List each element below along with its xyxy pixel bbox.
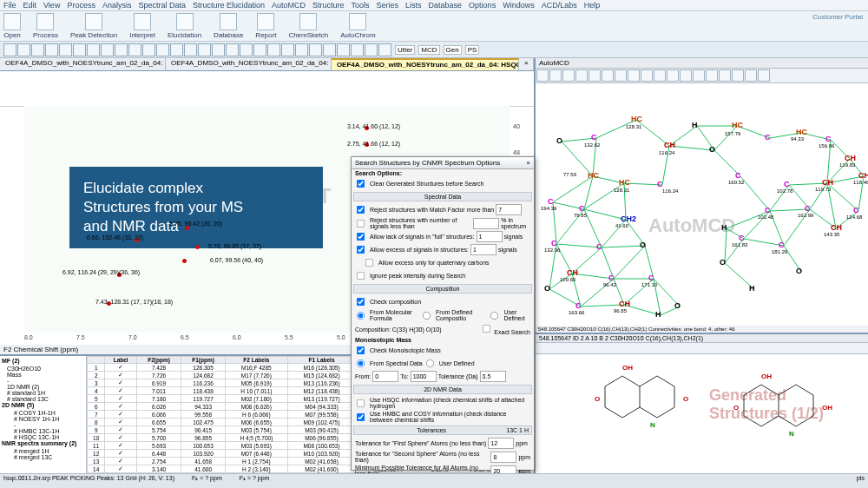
peak-label: 5.70, 96.85 (37, 37) [208, 243, 261, 249]
menu-help[interactable]: Help [584, 1, 601, 10]
tool-12[interactable] [170, 43, 183, 56]
ribbon-open[interactable]: Open [3, 13, 21, 39]
pill-mcd[interactable]: MCD [418, 45, 439, 55]
menu-structure[interactable]: Structure [312, 1, 345, 10]
tool-26[interactable] [365, 43, 378, 56]
pill-ps[interactable]: PS [465, 45, 480, 55]
shift-label: 41.60 [615, 223, 628, 228]
atom-node: C [735, 171, 741, 180]
svg-line-92 [779, 385, 796, 395]
menu-windows[interactable]: Windows [503, 1, 535, 10]
atom-node: C [784, 180, 790, 188]
menu-edit[interactable]: Edit [23, 1, 37, 10]
tool-9[interactable] [128, 43, 141, 56]
tool-27[interactable] [378, 43, 391, 56]
tool-3[interactable] [45, 43, 58, 56]
pill-utter[interactable]: Utter [395, 45, 415, 55]
menu-analysis[interactable]: Analysis [102, 1, 132, 10]
menu-lists[interactable]: Lists [405, 1, 422, 10]
tool-21[interactable] [295, 43, 308, 56]
cb-clear[interactable] [357, 180, 365, 188]
svg-line-96 [779, 416, 796, 426]
menu-file[interactable]: File [3, 1, 16, 10]
tool-17[interactable] [240, 43, 253, 56]
menu-structure elucidation[interactable]: Structure Elucidation [193, 1, 265, 10]
shift-label: 161.83 [732, 242, 747, 247]
ribbon-chemsketch[interactable]: ChemSketch [288, 13, 328, 39]
tool-16[interactable] [226, 43, 239, 56]
tool-15[interactable] [212, 43, 225, 56]
menu-view[interactable]: View [43, 1, 60, 10]
tab-close-icon[interactable]: × [519, 58, 534, 70]
peak-label: 6.07, 99.56 (40, 40) [210, 257, 263, 263]
ribbon-autochrom[interactable]: AutoChrom [340, 13, 375, 39]
svg-line-10 [714, 126, 737, 150]
menu-acd/labs[interactable]: ACD/Labs [542, 1, 577, 10]
tool-0[interactable] [3, 43, 16, 56]
close-icon[interactable]: × [526, 159, 530, 167]
atom-node: H [655, 310, 661, 319]
ribbon-database[interactable]: Database [214, 13, 243, 39]
tool-22[interactable] [309, 43, 322, 56]
search-structures-dialog[interactable]: Search Structures by CNMR Spectrum Optio… [351, 156, 535, 471]
spectrum-tab-0[interactable]: OEF4A_DMSO_with_NOESYtrunc_am_02_da_04: … [0, 58, 166, 70]
ribbon-elucidation[interactable]: Elucidation [168, 13, 201, 39]
svg-line-76 [622, 376, 640, 386]
tool-13[interactable] [184, 43, 197, 56]
shift-label: 94.33 [791, 136, 804, 142]
ribbon-process[interactable]: Process [33, 13, 58, 39]
pill-gen[interactable]: Gen [444, 45, 462, 55]
atom-node: C [765, 133, 771, 142]
atom-node: CH2 [621, 214, 636, 223]
tool-1[interactable] [17, 43, 30, 56]
menu-database[interactable]: Database [429, 1, 463, 10]
tool-18[interactable] [253, 43, 266, 56]
atom-node: C [575, 301, 582, 310]
generated-structures-panel[interactable]: 548.105647 ID 2 A 10 B 2 C30H20O10 C(16)… [536, 333, 868, 488]
shift-label: 77.59 [563, 172, 576, 177]
mol-atom: O [595, 395, 600, 403]
tool-11[interactable] [156, 43, 169, 56]
menu-spectral data[interactable]: Spectral Data [138, 1, 186, 10]
spectrum-tab-1[interactable]: OEF4A_DMSO_with_NOESYtrunc_am_02_da_04: … [166, 58, 332, 70]
tool-8[interactable] [115, 43, 128, 56]
menu-series[interactable]: Series [377, 1, 399, 10]
atom-node: C [579, 204, 585, 213]
tool-10[interactable] [142, 43, 155, 56]
tool-6[interactable] [87, 43, 100, 56]
menu-automcd[interactable]: AutoMCD [272, 1, 306, 10]
data-tree[interactable]: MF (2)C30H26O10Mass-1D NMR (2)# standard… [0, 356, 87, 488]
peak-marker[interactable] [182, 259, 187, 263]
tool-5[interactable] [73, 43, 86, 56]
tool-19[interactable] [267, 43, 280, 56]
shift-label: 102.48 [758, 214, 773, 220]
ribbon-interpret[interactable]: Interpret [129, 13, 155, 39]
tool-23[interactable] [323, 43, 336, 56]
ribbon-report[interactable]: Report [255, 13, 276, 39]
mol-atom: O [683, 395, 688, 403]
tool-7[interactable] [101, 43, 114, 56]
atom-node: CH [619, 300, 630, 308]
shift-label: 119.83 [839, 162, 855, 168]
menu-tools[interactable]: Tools [352, 1, 370, 10]
svg-line-25 [556, 244, 602, 247]
logo: Customer Portal [812, 13, 863, 21]
svg-line-31 [614, 246, 645, 279]
spectrum-tab-2[interactable]: OEF4A_DMSO_with_NOESYtrunc_am_02_da_04: … [332, 58, 519, 70]
atom-node: H [692, 121, 698, 129]
tool-2[interactable] [31, 43, 44, 56]
tool-14[interactable] [198, 43, 211, 56]
menu-process[interactable]: Process [67, 1, 95, 10]
menu-options[interactable]: Options [469, 1, 496, 10]
tool-20[interactable] [281, 43, 294, 56]
shift-label: 118.46 [853, 180, 868, 185]
peak-marker[interactable] [195, 245, 200, 249]
automcd-panel[interactable]: AutoMCD AutoMCD HC128.31C132.62CH116.24O… [536, 58, 868, 333]
peak-label: 6.66, 102.48 (33, 33) [87, 234, 143, 241]
tool-25[interactable] [351, 43, 364, 56]
svg-line-5 [669, 146, 714, 150]
ribbon-peak-detection[interactable]: Peak Detection [70, 13, 117, 39]
tool-24[interactable] [337, 43, 350, 56]
peak-label: 6.92, 116.24 (29, 29)(36, 36) [62, 269, 140, 275]
tool-4[interactable] [59, 43, 72, 56]
